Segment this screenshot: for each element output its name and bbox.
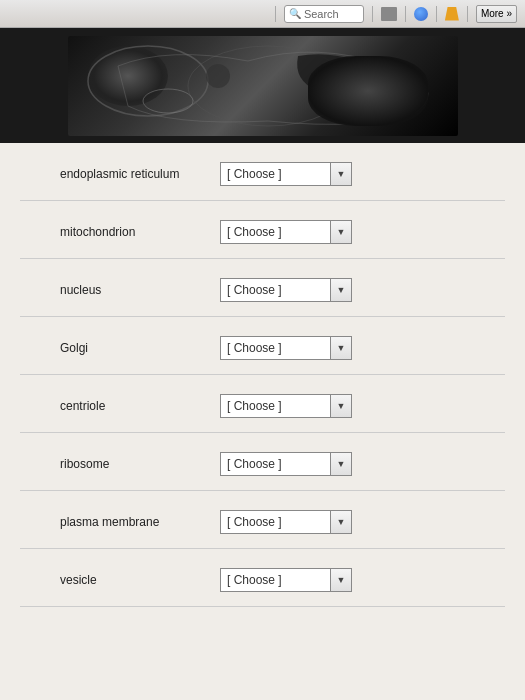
toolbar-separator [275,6,276,22]
select-wrapper-nucleus: [ Choose ] ▼ [220,278,505,302]
select-text-plasma-membrane: [ Choose ] [221,511,331,533]
label-ribosome: ribosome [20,457,220,471]
select-mitochondrion[interactable]: [ Choose ] ▼ [220,220,352,244]
select-wrapper-endoplasmic-reticulum: [ Choose ] ▼ [220,162,505,186]
label-text-ribosome: ribosome [60,457,109,471]
dropdown-arrow-vesicle: ▼ [331,569,351,591]
dropdown-arrow-nucleus: ▼ [331,279,351,301]
select-wrapper-golgi: [ Choose ] ▼ [220,336,505,360]
dropdown-arrow-mitochondrion: ▼ [331,221,351,243]
select-wrapper-mitochondrion: [ Choose ] ▼ [220,220,505,244]
dropdown-arrow-golgi: ▼ [331,337,351,359]
select-centriole[interactable]: [ Choose ] ▼ [220,394,352,418]
search-icon: 🔍 [289,8,301,19]
select-text-vesicle: [ Choose ] [221,569,331,591]
quiz-row-centriole: centriole [ Choose ] ▼ [20,375,505,433]
quiz-row-nucleus: nucleus [ Choose ] ▼ [20,259,505,317]
toolbar-separator-5 [467,6,468,22]
select-golgi[interactable]: [ Choose ] ▼ [220,336,352,360]
select-endoplasmic-reticulum[interactable]: [ Choose ] ▼ [220,162,352,186]
quiz-row-ribosome: ribosome [ Choose ] ▼ [20,433,505,491]
toolbar: 🔍 Search More » [0,0,525,28]
select-text-centriole: [ Choose ] [221,395,331,417]
select-plasma-membrane[interactable]: [ Choose ] ▼ [220,510,352,534]
dropdown-arrow-ribosome: ▼ [331,453,351,475]
label-text-plasma-membrane: plasma membrane [60,515,159,529]
toolbar-separator-2 [372,6,373,22]
more-button[interactable]: More » [476,5,517,23]
label-plasma-membrane: plasma membrane [20,515,220,529]
svg-point-2 [206,64,230,88]
label-text-golgi: Golgi [60,341,88,355]
dropdown-arrow-endoplasmic-reticulum: ▼ [331,163,351,185]
dropdown-arrow-centriole: ▼ [331,395,351,417]
label-text-nucleus: nucleus [60,283,101,297]
select-wrapper-ribosome: [ Choose ] ▼ [220,452,505,476]
select-text-nucleus: [ Choose ] [221,279,331,301]
more-label: More » [481,8,512,19]
globe-icon[interactable] [414,7,428,21]
map-icon[interactable] [445,7,459,21]
label-text-vesicle: vesicle [60,573,97,587]
quiz-row-golgi: Golgi [ Choose ] ▼ [20,317,505,375]
toolbar-separator-3 [405,6,406,22]
cell-diagram-svg [68,36,458,136]
select-text-ribosome: [ Choose ] [221,453,331,475]
label-centriole: centriole [20,399,220,413]
select-text-mitochondrion: [ Choose ] [221,221,331,243]
select-wrapper-plasma-membrane: [ Choose ] ▼ [220,510,505,534]
select-wrapper-vesicle: [ Choose ] ▼ [220,568,505,592]
label-vesicle: vesicle [20,573,220,587]
dropdown-arrow-plasma-membrane: ▼ [331,511,351,533]
label-endoplasmic-reticulum: endoplasmic reticulum [20,167,220,181]
label-mitochondrion: mitochondrion [20,225,220,239]
search-label: Search [304,8,339,20]
svg-point-3 [330,73,366,109]
image-icon[interactable] [381,7,397,21]
label-text-mitochondrion: mitochondrion [60,225,135,239]
quiz-row-mitochondrion: mitochondrion [ Choose ] ▼ [20,201,505,259]
select-wrapper-centriole: [ Choose ] ▼ [220,394,505,418]
toolbar-separator-4 [436,6,437,22]
quiz-row-plasma-membrane: plasma membrane [ Choose ] ▼ [20,491,505,549]
quiz-row-vesicle: vesicle [ Choose ] ▼ [20,549,505,607]
search-box[interactable]: 🔍 Search [284,5,364,23]
select-nucleus[interactable]: [ Choose ] ▼ [220,278,352,302]
svg-point-4 [143,89,193,113]
label-text-centriole: centriole [60,399,105,413]
quiz-row-endoplasmic-reticulum: endoplasmic reticulum [ Choose ] ▼ [20,143,505,201]
svg-point-0 [88,46,208,116]
label-golgi: Golgi [20,341,220,355]
select-text-endoplasmic-reticulum: [ Choose ] [221,163,331,185]
select-text-golgi: [ Choose ] [221,337,331,359]
label-nucleus: nucleus [20,283,220,297]
cell-diagram-image [68,36,458,136]
label-text-endoplasmic-reticulum: endoplasmic reticulum [60,167,179,181]
header-image [0,28,525,143]
select-vesicle[interactable]: [ Choose ] ▼ [220,568,352,592]
quiz-content: endoplasmic reticulum [ Choose ] ▼ mitoc… [0,143,525,607]
select-ribosome[interactable]: [ Choose ] ▼ [220,452,352,476]
